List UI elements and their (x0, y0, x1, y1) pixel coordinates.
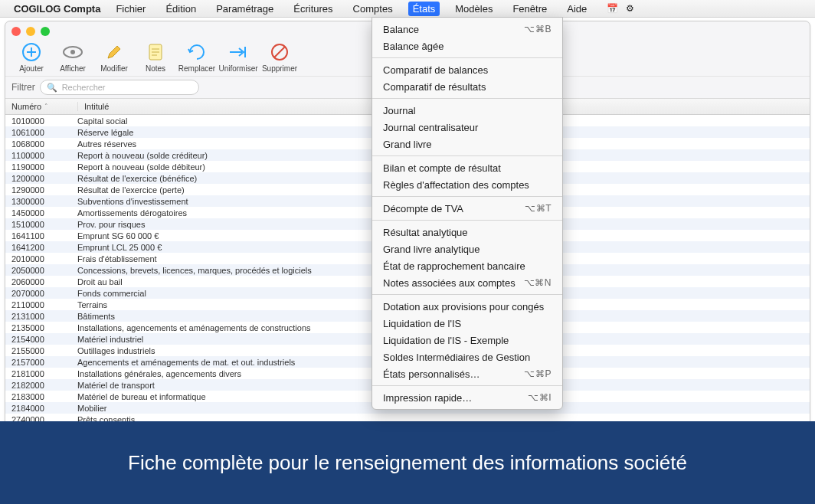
cell-numero: 2182000 (5, 381, 74, 390)
menu-états[interactable]: États (408, 2, 440, 16)
menu-fenêtre[interactable]: Fenêtre (508, 2, 552, 16)
cell-numero: 2070000 (5, 289, 74, 298)
edit-button[interactable]: Modifier (94, 41, 134, 73)
menu-separator (372, 220, 562, 221)
menu-item[interactable]: Impression rapide…⌥⌘I (372, 389, 562, 406)
menu-item[interactable]: Dotation aux provisions pour congés (372, 298, 562, 315)
menu-item-label: Bilan et compte de résultat (383, 162, 501, 174)
cell-numero: 1290000 (5, 185, 74, 195)
menu-édition[interactable]: Édition (161, 2, 201, 16)
menu-item-label: Impression rapide… (383, 392, 472, 404)
menu-item-label: Balance (383, 24, 419, 35)
menu-item-label: Liquidation de l'IS (383, 318, 461, 329)
menu-item-label: Journal (383, 105, 416, 116)
zoom-icon[interactable] (41, 27, 50, 36)
cell-numero: 2050000 (5, 266, 74, 275)
cell-numero: 2010000 (5, 254, 74, 263)
menu-item-label: Résultat analytique (383, 227, 468, 238)
minimize-icon[interactable] (26, 27, 35, 36)
uniform-button[interactable]: Uniformiser (218, 41, 258, 73)
menu-item[interactable]: Résultat analytique (372, 224, 562, 241)
notes-label: Notes (136, 64, 175, 73)
svg-point-4 (70, 50, 75, 54)
menu-separator (372, 155, 562, 156)
search-placeholder: Rechercher (62, 83, 106, 92)
search-input[interactable]: 🔍 Rechercher (40, 80, 199, 95)
menu-item-shortcut: ⌥⌘B (524, 24, 552, 34)
menu-item-label: Comparatif de balances (383, 64, 488, 76)
menu-comptes[interactable]: Comptes (349, 2, 398, 16)
cell-numero: 2157000 (5, 358, 74, 367)
gear-icon[interactable]: ⚙︎ (626, 3, 634, 14)
menu-item[interactable]: Comparatif de résultats (372, 78, 562, 95)
column-numero[interactable]: Numéro˄ (5, 102, 78, 111)
calendar-icon[interactable]: 📅 (607, 3, 618, 14)
plus-icon (21, 41, 42, 63)
add-button[interactable]: Ajouter (11, 41, 51, 73)
menu-item-label: États personnalisés… (383, 368, 480, 380)
menu-item-shortcut: ⌥⌘I (528, 392, 552, 403)
eye-icon (62, 41, 83, 63)
menu-item[interactable]: États personnalisés…⌥⌘P (372, 365, 562, 382)
replace-label: Remplacer (177, 64, 217, 73)
menu-separator (372, 98, 562, 99)
edit-label: Modifier (94, 64, 134, 73)
menu-item[interactable]: Comparatif de balances (372, 61, 562, 78)
menu-item[interactable]: Liquidation de l'IS (372, 315, 562, 332)
cell-numero: 2135000 (5, 323, 74, 332)
menu-item[interactable]: Journal (372, 102, 562, 119)
cell-numero: 1100000 (5, 151, 74, 160)
replace-button[interactable]: Remplacer (177, 41, 217, 73)
delete-button[interactable]: Supprimer (260, 41, 299, 73)
menu-separator (372, 196, 562, 197)
menu-item[interactable]: Décompte de TVA⌥⌘T (372, 200, 562, 217)
view-button[interactable]: Afficher (53, 41, 93, 73)
forbidden-icon (269, 41, 290, 63)
cell-numero: 2131000 (5, 312, 74, 321)
menu-item-label: Décompte de TVA (383, 203, 463, 214)
cell-numero: 2183000 (5, 392, 74, 401)
banner-text: Fiche complète pour le renseignement des… (128, 451, 687, 475)
menu-item-label: Journal centralisateur (383, 122, 478, 133)
menu-item[interactable]: Règles d'affectation des comptes (372, 176, 562, 193)
menu-item-label: État de rapprochement bancaire (383, 260, 525, 272)
menu-item[interactable]: Journal centralisateur (372, 119, 562, 136)
filter-label: Filtrer (11, 82, 35, 93)
cell-numero: 2060000 (5, 277, 74, 286)
cell-numero: 1641200 (5, 243, 74, 252)
uniform-icon (227, 41, 249, 63)
close-icon[interactable] (11, 27, 21, 36)
menu-item[interactable]: État de rapprochement bancaire (372, 257, 562, 274)
view-label: Afficher (53, 64, 93, 73)
menu-item-label: Balance âgée (383, 41, 444, 52)
menu-écritures[interactable]: Écritures (289, 2, 337, 16)
cell-numero: 2154000 (5, 335, 74, 344)
menu-paramétrage[interactable]: Paramétrage (211, 2, 278, 16)
menu-item[interactable]: Grand livre (372, 136, 562, 152)
menu-item[interactable]: Balance âgée (372, 38, 562, 54)
cell-numero: 1068000 (5, 139, 74, 149)
menu-item-label: Notes associées aux comptes (383, 277, 516, 289)
menu-separator (372, 57, 562, 58)
menu-item[interactable]: Grand livre analytique (372, 241, 562, 257)
cell-numero: 1450000 (5, 208, 74, 218)
pencil-icon (103, 41, 125, 63)
menu-fichier[interactable]: Fichier (111, 2, 150, 16)
menu-item[interactable]: Soldes Intermédiaires de Gestion (372, 349, 562, 365)
menu-item[interactable]: Balance⌥⌘B (372, 21, 562, 38)
cell-numero: 2110000 (5, 300, 74, 309)
menu-item[interactable]: Liquidation de l'IS - Exemple (372, 332, 562, 349)
menu-separator (372, 385, 562, 386)
app-name[interactable]: COGILOG Compta (14, 3, 100, 15)
menu-modèles[interactable]: Modèles (450, 2, 497, 16)
notes-button[interactable]: Notes (136, 41, 175, 73)
menu-item-label: Soldes Intermédiaires de Gestion (383, 352, 530, 363)
menu-aide[interactable]: Aide (562, 2, 591, 16)
menu-item-label: Règles d'affectation des comptes (383, 179, 529, 191)
cell-numero: 2184000 (5, 404, 74, 413)
menu-item-shortcut: ⌥⌘N (524, 277, 552, 288)
menu-item[interactable]: Notes associées aux comptes⌥⌘N (372, 274, 562, 291)
menu-item[interactable]: Bilan et compte de résultat (372, 159, 562, 176)
menubar: COGILOG Compta FichierÉditionParamétrage… (0, 0, 815, 18)
menu-separator (372, 294, 562, 295)
